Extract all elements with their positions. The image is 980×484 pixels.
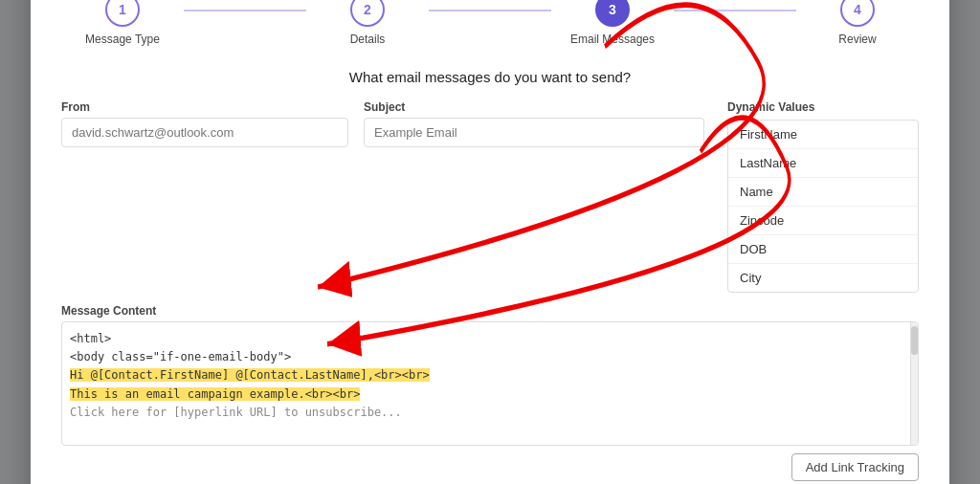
step-3: 3 Email Messages <box>551 0 674 46</box>
step-2-circle: 2 <box>350 0 385 27</box>
step-4-label: Review <box>838 33 876 46</box>
dynamic-values-label: Dynamic Values <box>727 100 919 114</box>
dynamic-item-name[interactable]: Name <box>728 178 918 207</box>
step-line-2 <box>429 10 551 11</box>
step-1: 1 Message Type <box>61 0 184 46</box>
step-line-1 <box>184 10 306 11</box>
subject-label: Subject <box>364 100 704 114</box>
message-content-label: Message Content <box>61 304 919 318</box>
step-line-3 <box>674 10 796 11</box>
form-question: What email messages do you want to send? <box>61 69 919 85</box>
subject-input[interactable] <box>364 118 704 147</box>
from-group: From <box>61 100 348 147</box>
step-1-circle: 1 <box>105 0 140 27</box>
dynamic-item-zipcode[interactable]: Zipcode <box>728 207 918 235</box>
message-content-left: Message Content <html> <body class="if-o… <box>61 304 919 481</box>
dynamic-values-list: FirstName LastName Name Zipcode DOB City <box>727 120 919 293</box>
highlight-2: This is an email campaign example.<br><b… <box>70 387 360 401</box>
step-4-circle: 4 <box>840 0 875 27</box>
dynamic-values-section: Dynamic Values FirstName LastName Name Z… <box>727 100 919 293</box>
subject-group: Subject <box>364 100 704 147</box>
code-editor[interactable]: <html> <body class="if-one-email-body"> … <box>61 321 919 446</box>
step-2-label: Details <box>350 33 386 46</box>
add-tracking-button[interactable]: Add Link Tracking <box>791 453 919 481</box>
dynamic-item-firstname[interactable]: FirstName <box>728 121 918 149</box>
dynamic-item-city[interactable]: City <box>728 264 918 292</box>
add-tracking-row: Add Link Tracking <box>61 453 919 481</box>
step-1-label: Message Type <box>85 33 160 46</box>
code-line-4: This is an email campaign example.<br><b… <box>70 385 910 404</box>
from-subject-row: From Subject Dynamic Values FirstName La… <box>61 100 919 293</box>
code-line-3: Hi @[Contact.FirstName] @[Contact.LastNa… <box>70 366 910 385</box>
from-input[interactable] <box>61 118 348 147</box>
dynamic-item-dob[interactable]: DOB <box>728 235 918 264</box>
editor-scrollbar[interactable] <box>910 322 918 445</box>
modal-dialog: Update One-Way Campaign: Email Example ×… <box>31 0 949 484</box>
step-3-label: Email Messages <box>570 33 655 46</box>
dynamic-item-lastname[interactable]: LastName <box>728 149 918 178</box>
step-3-circle: 3 <box>595 0 630 27</box>
from-label: From <box>61 100 348 114</box>
code-line-5: Click here for [hyperlink URL] to unsubs… <box>70 404 910 422</box>
step-2: 2 Details <box>306 0 429 46</box>
message-content-wrapper: Message Content <html> <body class="if-o… <box>61 304 919 481</box>
step-4: 4 Review <box>796 0 919 46</box>
code-line-1: <html> <box>70 330 910 348</box>
code-line-2: <body class="if-one-email-body"> <box>70 348 910 366</box>
stepper: 1 Message Type 2 Details 3 Email Message… <box>61 0 919 46</box>
scrollbar-thumb <box>911 326 918 355</box>
highlight-1: Hi @[Contact.FirstName] @[Contact.LastNa… <box>70 368 430 382</box>
